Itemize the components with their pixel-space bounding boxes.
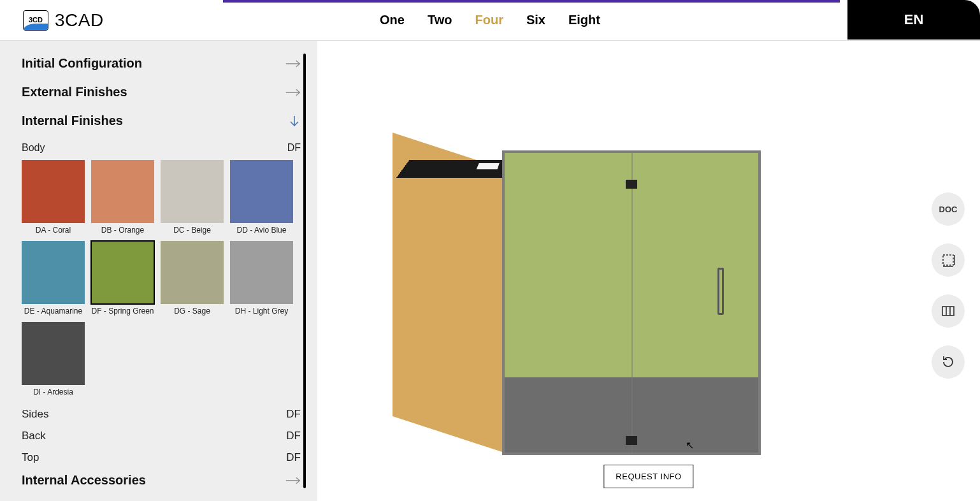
finish-label: Top	[22, 451, 39, 464]
swatch-dh[interactable]: DH - Light Grey	[230, 241, 293, 316]
body-row: Body DF	[22, 142, 301, 154]
chevron-right-icon	[285, 59, 301, 68]
body-label: Body	[22, 142, 45, 154]
swatch-color	[161, 241, 224, 304]
swatch-label: DG - Sage	[161, 307, 224, 316]
swatch-df[interactable]: DF - Spring Green	[91, 241, 154, 316]
swatch-color	[230, 160, 293, 223]
language-switch[interactable]: EN	[847, 0, 980, 40]
section-title: External Finishes	[22, 85, 127, 99]
top-nav: One Two Four Six Eight	[380, 13, 600, 27]
swatch-da[interactable]: DA - Coral	[22, 160, 85, 235]
finish-row-back[interactable]: BackDF	[22, 430, 301, 442]
swatch-grid: DA - CoralDB - OrangeDC - BeigeDD - Avio…	[22, 160, 301, 396]
swatch-label: DF - Spring Green	[91, 307, 154, 316]
finish-properties: SidesDFBackDFTopDF	[22, 408, 301, 464]
section-title: Initial Configuration	[22, 56, 142, 71]
swatch-color	[230, 241, 293, 304]
swatch-color	[161, 160, 224, 223]
body-value: DF	[287, 142, 301, 154]
doc-button[interactable]: DOC	[932, 192, 965, 226]
section-title: Internal Finishes	[22, 113, 123, 128]
swatch-label: DE - Aquamarine	[22, 307, 85, 316]
logo-badge: 3CD	[23, 10, 48, 31]
swatch-color	[22, 322, 85, 385]
config-sidebar: Initial Configuration External Finishes …	[0, 41, 317, 501]
top-bar: 3CD 3CAD One Two Four Six Eight EN	[0, 0, 980, 41]
finish-row-top[interactable]: TopDF	[22, 451, 301, 464]
finish-row-sides[interactable]: SidesDF	[22, 408, 301, 421]
swatch-db[interactable]: DB - Orange	[91, 160, 154, 235]
app-logo[interactable]: 3CD 3CAD	[23, 10, 104, 31]
dimensions-button[interactable]	[932, 243, 965, 277]
swatch-label: DD - Avio Blue	[230, 226, 293, 235]
swatch-label: DH - Light Grey	[230, 307, 293, 316]
swatch-color	[91, 241, 154, 304]
section-internal-finishes[interactable]: Internal Finishes	[22, 113, 301, 128]
logo-text: 3CAD	[55, 10, 104, 31]
swatch-color	[22, 241, 85, 304]
chevron-right-icon	[285, 88, 301, 97]
swatch-label: DC - Beige	[161, 226, 224, 235]
swatch-dg[interactable]: DG - Sage	[161, 241, 224, 316]
section-initial-configuration[interactable]: Initial Configuration	[22, 56, 301, 71]
nav-item-one[interactable]: One	[380, 13, 405, 27]
doc-label: DOC	[939, 205, 958, 214]
views-button[interactable]	[932, 294, 965, 328]
logo-badge-text: 3CD	[29, 17, 43, 24]
reset-button[interactable]	[932, 345, 965, 379]
finish-value: DF	[286, 408, 301, 421]
finish-label: Sides	[22, 408, 49, 421]
nav-item-eight[interactable]: Eight	[568, 13, 600, 27]
request-info-button[interactable]: REQUEST INFO	[603, 465, 693, 488]
swatch-de[interactable]: DE - Aquamarine	[22, 241, 85, 316]
section-title: Internal Accessories	[22, 473, 146, 488]
dimensions-icon	[940, 252, 956, 268]
swatch-color	[22, 160, 85, 223]
3d-viewport[interactable]: ↖ REQUEST INFO DOC	[317, 41, 980, 501]
swatch-label: DB - Orange	[91, 226, 154, 235]
finish-value: DF	[286, 451, 301, 464]
section-external-finishes[interactable]: External Finishes	[22, 85, 301, 99]
swatch-color	[91, 160, 154, 223]
svg-rect-1	[942, 307, 954, 316]
finish-label: Back	[22, 430, 46, 442]
swatch-label: DA - Coral	[22, 226, 85, 235]
reset-icon	[940, 354, 956, 370]
nav-item-two[interactable]: Two	[428, 13, 452, 27]
chevron-right-icon	[285, 476, 301, 485]
section-internal-accessories[interactable]: Internal Accessories	[22, 473, 301, 488]
sidebar-scrollbar[interactable]	[303, 54, 306, 488]
svg-rect-0	[943, 255, 953, 265]
swatch-label: DI - Ardesia	[22, 388, 85, 396]
nav-item-four[interactable]: Four	[475, 13, 503, 27]
accent-strip	[223, 0, 840, 3]
finish-value: DF	[286, 430, 301, 442]
product-render: ↖	[393, 133, 768, 471]
main-area: Initial Configuration External Finishes …	[0, 41, 980, 501]
swatch-dc[interactable]: DC - Beige	[161, 160, 224, 235]
viewport-tools: DOC	[932, 192, 965, 379]
chevron-down-icon	[288, 115, 301, 127]
language-label: EN	[904, 11, 924, 28]
panels-icon	[940, 303, 956, 319]
swatch-dd[interactable]: DD - Avio Blue	[230, 160, 293, 235]
swatch-di[interactable]: DI - Ardesia	[22, 322, 85, 396]
nav-item-six[interactable]: Six	[526, 13, 545, 27]
